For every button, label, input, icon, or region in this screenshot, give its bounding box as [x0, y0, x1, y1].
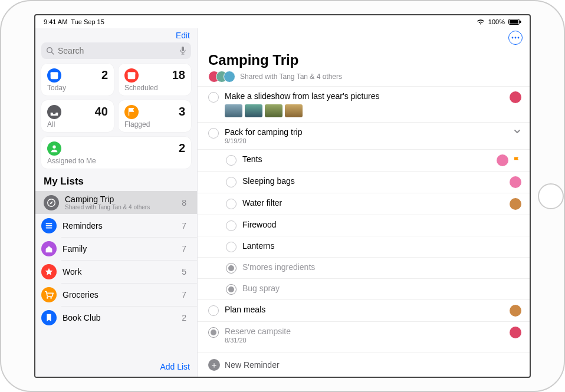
reminder-row[interactable]: Tents — [198, 149, 530, 171]
new-reminder-button[interactable]: ＋ New Reminder — [198, 353, 530, 377]
card-assigned[interactable]: 2Assigned to Me — [41, 137, 191, 169]
svg-point-19 — [518, 37, 520, 39]
reminder-row[interactable]: S'mores ingredients — [198, 257, 530, 278]
assignee-avatar — [510, 305, 521, 317]
list-title: Groceries — [63, 291, 176, 299]
more-button[interactable] — [508, 31, 523, 45]
card-label: Today — [47, 84, 108, 92]
list-title: Work — [63, 268, 176, 276]
shared-text: Shared with Tang Tan & 4 others — [240, 73, 342, 81]
reminder-row[interactable]: Lanterns — [198, 236, 530, 257]
card-count: 18 — [172, 68, 185, 82]
add-list-button[interactable]: Add List — [160, 362, 190, 371]
list-item[interactable]: Camping TripShared with Tang Tan & 4 oth… — [35, 191, 197, 214]
reminder-row[interactable]: Pack for camping trip9/19/20 — [198, 122, 530, 149]
attachment-thumbnails[interactable] — [225, 104, 504, 117]
card-flagged[interactable]: 3Flagged — [119, 100, 191, 132]
completion-toggle[interactable] — [208, 305, 219, 316]
completion-toggle[interactable] — [208, 92, 219, 103]
bookmark-icon — [41, 310, 57, 325]
card-count: 3 — [179, 105, 185, 118]
reminder-row[interactable]: Firewood — [198, 215, 530, 236]
ipad-frame: 9:41 AM Tue Sep 15 100% Edit — [0, 0, 565, 392]
search-field[interactable] — [41, 42, 191, 59]
list-item[interactable]: Family7 — [61, 237, 197, 260]
completion-toggle[interactable] — [208, 128, 219, 139]
status-bar: 9:41 AM Tue Sep 15 100% — [35, 15, 530, 28]
home-button[interactable] — [538, 183, 564, 209]
flag-icon — [512, 156, 521, 165]
card-all[interactable]: 40All — [41, 100, 114, 132]
list-item[interactable]: Book Club2 — [61, 306, 197, 329]
completion-toggle[interactable] — [226, 242, 236, 252]
completion-toggle[interactable] — [226, 263, 236, 274]
assignee-avatar — [510, 91, 521, 103]
list-item[interactable]: Groceries7 — [61, 283, 197, 306]
thumbnail[interactable] — [245, 104, 262, 117]
assignee-avatar — [497, 154, 508, 166]
reminder-title: Pack for camping trip — [225, 127, 507, 137]
reminder-date: 8/31/20 — [225, 337, 504, 344]
my-lists-header: My Lists — [35, 169, 197, 191]
list-item[interactable]: Work5 — [61, 260, 197, 283]
reminder-title: Reserve campsite — [225, 327, 504, 336]
reminder-row[interactable]: Bug spray — [198, 278, 530, 299]
main-pane: Camping Trip Shared with Tang Tan & 4 ot… — [198, 28, 530, 377]
flag-icon — [124, 105, 139, 119]
reminder-row[interactable]: Water filter — [198, 193, 530, 215]
completion-toggle[interactable] — [226, 155, 236, 166]
thumbnail[interactable] — [285, 104, 303, 117]
list-item[interactable]: Reminders7 — [61, 214, 197, 237]
wifi-icon — [477, 19, 485, 25]
search-input[interactable] — [58, 46, 179, 55]
reminder-title: Tents — [242, 154, 491, 164]
list-title: Camping TripShared with Tang Tan & 4 oth… — [65, 195, 176, 210]
completion-toggle[interactable] — [226, 284, 236, 295]
svg-rect-5 — [182, 47, 184, 51]
list-title: Camping Trip — [208, 52, 519, 68]
new-reminder-label: New Reminder — [225, 360, 280, 370]
tray-icon — [47, 105, 61, 119]
completion-toggle[interactable] — [226, 177, 236, 187]
card-count: 2 — [101, 68, 108, 82]
svg-rect-9 — [128, 73, 136, 75]
svg-line-4 — [52, 52, 54, 55]
reminder-title: Firewood — [242, 220, 515, 229]
card-label: Flagged — [124, 120, 185, 129]
completion-toggle[interactable] — [208, 327, 219, 338]
reminder-date: 9/19/20 — [225, 137, 507, 144]
plus-icon: ＋ — [208, 359, 220, 371]
reminders-list: Make a slideshow from last year's pictur… — [198, 86, 530, 353]
list-title: Book Club — [63, 314, 176, 322]
thumbnail[interactable] — [225, 104, 242, 117]
reminder-row[interactable]: Plan meals — [198, 299, 530, 321]
reminder-row[interactable]: Make a slideshow from last year's pictur… — [198, 86, 530, 122]
reminder-title: S'mores ingredients — [242, 262, 515, 272]
card-count: 40 — [95, 105, 108, 118]
reminder-title: Plan meals — [225, 305, 504, 314]
list-icon — [41, 218, 57, 233]
shared-info-row[interactable]: Shared with Tang Tan & 4 others — [208, 71, 519, 83]
status-time: 9:41 AM — [44, 18, 67, 25]
svg-point-18 — [515, 37, 517, 39]
reminder-row[interactable]: Sleeping bags — [198, 171, 530, 193]
card-scheduled[interactable]: 18Scheduled — [119, 64, 191, 95]
completion-toggle[interactable] — [226, 199, 236, 209]
chevron-down-icon[interactable] — [513, 127, 521, 136]
card-count: 2 — [179, 141, 185, 155]
card-label: All — [47, 120, 108, 129]
card-today[interactable]: 2Today — [41, 64, 114, 95]
thumbnail[interactable] — [265, 104, 282, 117]
reminder-row[interactable]: Reserve campsite8/31/20 — [198, 321, 530, 348]
svg-point-17 — [512, 37, 514, 39]
list-title: Reminders — [63, 222, 176, 230]
person-icon — [47, 141, 61, 156]
completion-toggle[interactable] — [226, 220, 236, 231]
mic-icon[interactable] — [179, 46, 186, 55]
calendar-icon — [47, 68, 61, 83]
svg-rect-7 — [51, 73, 58, 75]
compass-icon — [44, 195, 59, 210]
list-title: Family — [63, 245, 176, 253]
edit-button[interactable]: Edit — [176, 31, 190, 40]
shared-avatars — [208, 71, 235, 83]
